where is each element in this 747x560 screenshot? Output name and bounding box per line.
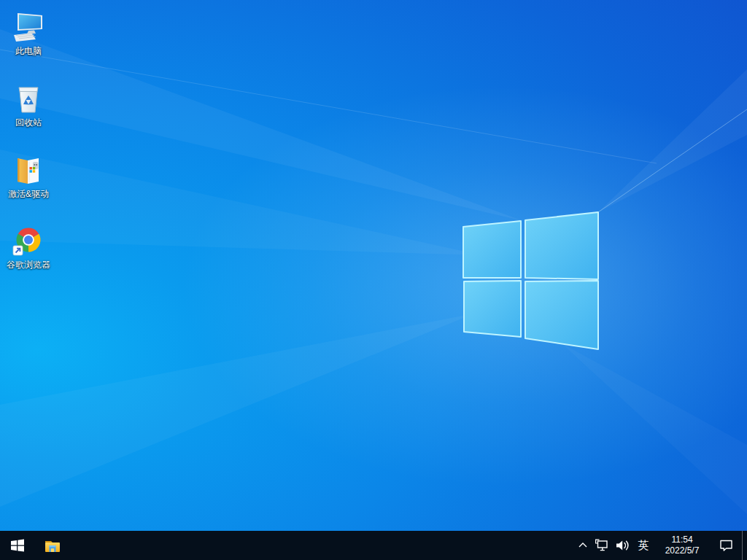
windows-desktop-screen: 此电脑 回收站 [0,0,747,560]
chrome-icon [12,224,45,257]
network-status-button[interactable] [592,531,612,560]
desktop-surface[interactable]: 此电脑 回收站 [0,0,747,531]
clock-time: 11:54 [671,534,692,545]
start-button[interactable] [0,531,35,560]
ime-label: 英 [638,539,649,553]
desktop-icon-label: 回收站 [15,117,42,128]
volume-button[interactable] [612,531,634,560]
windows-logo-icon [9,537,26,553]
ethernet-network-icon [594,537,610,553]
tray-overflow-button[interactable] [574,531,592,560]
windows-logo-panes [463,212,598,349]
taskbar: 英 11:54 2022/5/7 [0,531,747,560]
action-center-icon [719,537,735,553]
logo-pane-bottom-left [464,281,521,337]
desktop-icon-label: 此电脑 [15,46,42,56]
taskbar-clock[interactable]: 11:54 2022/5/7 [653,531,711,560]
desktop-icon-this-pc[interactable]: 此电脑 [1,6,56,74]
open-folder-icon [12,153,45,187]
desktop-icon-activation-drivers[interactable]: 激活&驱动 [1,149,56,217]
file-explorer-button[interactable] [35,531,70,560]
recycle-bin-icon [12,82,45,115]
logo-pane-top-right [525,212,598,279]
file-explorer-icon [43,536,62,555]
desktop-icon-label: 激活&驱动 [8,189,49,199]
system-tray: 英 11:54 2022/5/7 [574,531,747,560]
action-center-button[interactable] [711,531,742,560]
logo-pane-top-left [463,221,521,278]
this-pc-icon [12,10,45,44]
clock-date: 2022/5/7 [665,545,700,556]
shortcut-arrow-overlay [13,246,23,255]
wallpaper-windows-logo [0,0,747,531]
speaker-icon [614,537,632,553]
desktop-icon-recycle-bin[interactable]: 回收站 [1,77,56,146]
desktop-icon-google-chrome[interactable]: 谷歌浏览器 [1,219,56,288]
ime-language-indicator[interactable]: 英 [634,531,653,560]
chevron-up-icon [578,540,588,551]
show-desktop-button[interactable] [742,531,747,560]
desktop-icon-label: 谷歌浏览器 [7,260,50,270]
logo-pane-bottom-right [525,281,598,349]
